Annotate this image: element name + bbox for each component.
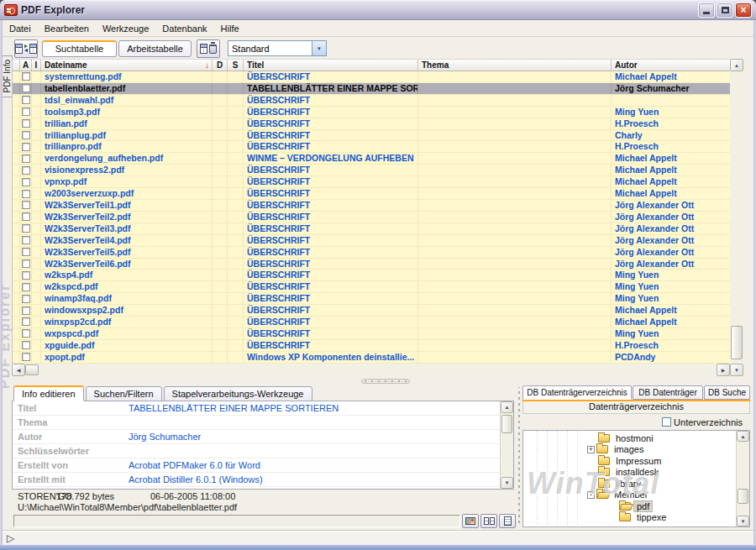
row-checkbox[interactable] — [22, 329, 30, 338]
horizontal-scroll-track[interactable] — [25, 364, 717, 376]
table-row[interactable]: W2k3ServerTeil2.pdfÜBERSCHRIFTJörg Alexa… — [13, 212, 730, 223]
preview-image-button[interactable] — [462, 514, 479, 528]
table-row[interactable]: wxpspcd.pdfÜBERSCHRIFTMing Yuen — [13, 328, 730, 340]
splitter-grip[interactable] — [361, 379, 410, 384]
table-row[interactable]: W2k3ServerTeil5.pdfÜBERSCHRIFTJörg Alexa… — [13, 247, 730, 259]
column-header-i[interactable]: I — [32, 60, 41, 71]
table-row[interactable]: xpguide.pdfÜBERSCHRIFTH.Proesch — [13, 340, 730, 352]
tree-item[interactable]: library — [523, 478, 736, 490]
menu-bearbeiten[interactable]: Bearbeiten — [38, 22, 96, 35]
scroll-right-icon[interactable]: ▶ — [717, 364, 730, 376]
expand-panel-icon[interactable]: ▷ — [7, 533, 14, 543]
vertical-splitter[interactable] — [517, 387, 522, 526]
column-header-s[interactable]: S — [228, 60, 244, 71]
row-checkbox[interactable] — [22, 317, 30, 326]
close-button[interactable]: × — [735, 3, 752, 18]
table-row[interactable]: tdsl_einwahl.pdfÜBERSCHRIFT — [13, 95, 730, 107]
tree-item[interactable]: Impressum — [523, 455, 736, 467]
tree-item[interactable]: pdf — [523, 500, 736, 512]
table-row[interactable]: vpnxp.pdfÜBERSCHRIFTMichael Appelt — [13, 176, 730, 188]
tab-db-datentr-gerverzeichnis[interactable]: DB Datenträgerverzeichnis — [522, 385, 632, 400]
table-row[interactable]: toolsmp3.pdfÜBERSCHRIFTMing Yuen — [13, 107, 730, 118]
row-checkbox[interactable] — [22, 190, 30, 198]
tree-item[interactable]: tippexe — [523, 512, 736, 524]
table-row[interactable]: trillian.pdfÜBERSCHRIFTH.Proesch — [13, 118, 730, 130]
horizontal-splitter[interactable] — [3, 376, 753, 385]
row-checkbox[interactable] — [22, 295, 30, 303]
tree-expand-icon[interactable]: + — [587, 446, 595, 453]
scroll-up-icon[interactable]: ▲ — [730, 59, 743, 71]
tree-item[interactable]: hostmoni — [523, 432, 736, 444]
row-checkbox[interactable] — [22, 341, 30, 349]
field-value[interactable]: 10-05-2005 10:33:31 — [129, 487, 214, 490]
field-value[interactable]: Jörg Schumacher — [129, 432, 201, 442]
tree-item[interactable]: -Member — [523, 490, 736, 501]
row-checkbox[interactable] — [22, 306, 30, 315]
vertical-scroll-track[interactable] — [730, 71, 743, 364]
table-row[interactable]: w2ksp4.pdfÜBERSCHRIFTMing Yuen — [13, 270, 730, 281]
horizontal-scroll-thumb[interactable] — [25, 364, 39, 375]
table-row[interactable]: xpopt.pdfWindows XP Komponenten deinstal… — [13, 352, 730, 364]
row-checkbox[interactable] — [22, 84, 30, 92]
table-row[interactable]: W2k3ServerTeil3.pdfÜBERSCHRIFTJörg Alexa… — [13, 223, 730, 235]
column-header-thema[interactable]: Thema — [418, 60, 612, 71]
table-row[interactable]: W2k3ServerTeil6.pdfÜBERSCHRIFTJörg Alexa… — [13, 259, 730, 270]
tree-scroll-thumb[interactable] — [738, 489, 748, 504]
tab-db-suche[interactable]: DB Suche — [704, 385, 750, 400]
row-checkbox[interactable] — [22, 283, 30, 291]
table-row[interactable]: trillianpro.pdfÜBERSCHRIFTH.Proesch — [13, 141, 730, 153]
row-checkbox[interactable] — [22, 224, 30, 233]
tab-stapelverarbeitungs-werkzeuge[interactable]: Stapelverarbeitungs-Werkzeuge — [164, 386, 312, 401]
tab-arbeitstabelle[interactable]: Arbeitstabelle — [118, 40, 192, 57]
clear-table-button[interactable] — [197, 39, 220, 58]
row-checkbox[interactable] — [22, 353, 30, 361]
chevron-down-icon[interactable]: ▼ — [312, 41, 326, 55]
column-header-autor[interactable]: Autor — [612, 60, 730, 71]
row-checkbox[interactable] — [22, 248, 30, 256]
row-checkbox[interactable] — [22, 212, 30, 221]
maximize-button[interactable] — [717, 3, 733, 18]
row-checkbox[interactable] — [22, 131, 30, 139]
subdirectory-checkbox[interactable] — [662, 417, 671, 427]
profile-combobox[interactable]: Standard ▼ — [228, 40, 327, 56]
metadata-scrollbar[interactable]: ▲ ▼ — [500, 401, 513, 489]
thumbnail-view-button[interactable] — [480, 514, 497, 528]
row-checkbox[interactable] — [22, 271, 30, 280]
tab-info-editieren[interactable]: Info editieren — [13, 385, 84, 401]
column-header-indicator[interactable] — [13, 60, 20, 71]
metadata-scroll-thumb[interactable] — [501, 415, 512, 433]
scroll-up-icon[interactable]: ▲ — [501, 401, 513, 413]
table-row[interactable]: windowsxpsp2.pdfÜBERSCHRIFTMichael Appel… — [13, 305, 730, 317]
column-header-a[interactable]: A — [20, 60, 32, 71]
tree-scroll-track[interactable] — [737, 442, 749, 516]
row-checkbox[interactable] — [22, 201, 30, 209]
scroll-up-icon[interactable]: ▲ — [737, 431, 749, 442]
row-checkbox[interactable] — [22, 166, 30, 175]
transfer-table-button[interactable] — [14, 39, 38, 58]
field-value[interactable]: Acrobat Distiller 6.0.1 (Windows) — [129, 474, 263, 485]
row-checkbox[interactable] — [22, 178, 30, 186]
field-value[interactable]: TABELLENBLÄTTER EINER MAPPE SORTIEREN — [129, 403, 339, 413]
tab-suchtabelle[interactable]: Suchtabelle — [42, 40, 117, 57]
table-vertical-scrollbar[interactable]: ▲ ▼ — [730, 59, 743, 376]
tab-db-datentr-ger[interactable]: DB Datenträger — [633, 385, 703, 400]
row-checkbox[interactable] — [22, 155, 30, 163]
table-row[interactable]: trillianplug.pdfÜBERSCHRIFTCharly — [13, 130, 730, 142]
menu-hilfe[interactable]: Hilfe — [214, 22, 246, 35]
vertical-scroll-thumb[interactable] — [731, 326, 743, 359]
metadata-scroll-track[interactable] — [501, 413, 513, 477]
table-row[interactable]: w2kspcd.pdfÜBERSCHRIFTMing Yuen — [13, 281, 730, 293]
menu-datei[interactable]: Datei — [3, 22, 38, 35]
scroll-down-icon[interactable]: ▼ — [730, 364, 743, 376]
table-row[interactable]: winamp3faq.pdfÜBERSCHRIFTMing Yuen — [13, 293, 730, 305]
table-row[interactable]: winxpsp2cd.pdfÜBERSCHRIFTMichael Appelt — [13, 317, 730, 328]
table-row[interactable]: w2003serverzuxp.pdfÜBERSCHRIFTMichael Ap… — [13, 188, 730, 200]
document-report-button[interactable] — [499, 514, 516, 528]
tree-item[interactable]: +images — [523, 444, 736, 456]
column-header-d[interactable]: D — [213, 60, 228, 71]
table-row[interactable]: W2k3ServerTeil4.pdfÜBERSCHRIFTJörg Alexa… — [13, 235, 730, 247]
tree-collapse-icon[interactable]: - — [587, 491, 595, 499]
menu-werkzeuge[interactable]: Werkzeuge — [96, 22, 155, 35]
row-checkbox[interactable] — [22, 72, 30, 81]
tree-item[interactable]: installdesk — [523, 467, 736, 479]
